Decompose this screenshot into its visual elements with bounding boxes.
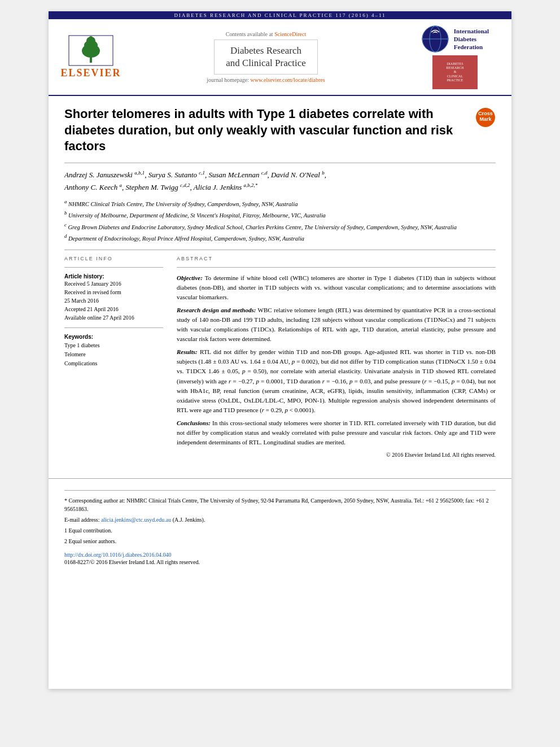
abstract-text: Objective: To determine if white blood c… — [177, 273, 496, 459]
journal-cover-image: DIABETESRESEARCH&CLINICALPRACTICE — [432, 55, 478, 89]
issn-text: 0168-8227/© 2016 Elsevier Ireland Ltd. A… — [64, 559, 496, 565]
elsevier-logo: ELSEVIER — [60, 35, 122, 79]
idf-icon — [421, 25, 449, 53]
authors-text: Andrzej S. Januszewski a,b,1, Surya S. S… — [64, 171, 326, 191]
abstract-col: ABSTRACT Objective: To determine if whit… — [177, 256, 496, 459]
journal-header: ELSEVIER Contents available at ScienceDi… — [49, 19, 511, 96]
content-area: Cross Mark Shorter telomeres in adults w… — [49, 96, 511, 469]
keyword-2: Telomere — [64, 350, 163, 359]
email-link[interactable]: alicia.jenkins@ctc.usyd.edu.au — [101, 517, 171, 523]
doi-section: http://dx.doi.org/10.1016/j.diabres.2016… — [64, 549, 496, 559]
footnote-1: 1 Equal contribution. — [64, 526, 496, 535]
science-direct-link[interactable]: ScienceDirect — [274, 31, 306, 37]
keyword-1: Type 1 diabetes — [64, 341, 163, 350]
two-col-section: ARTICLE INFO Article history: Received 5… — [64, 256, 496, 459]
article-history: Article history: Received 5 January 2016… — [64, 273, 163, 322]
elsevier-tree-icon — [68, 35, 113, 66]
svg-text:Mark: Mark — [479, 116, 492, 122]
journal-right: InternationalDiabetesFederation DIABETES… — [410, 25, 500, 89]
article-info-heading: ARTICLE INFO — [64, 256, 163, 261]
footnote-area: * Corresponding author at: NHMRC Clinica… — [49, 478, 511, 574]
article-info-col: ARTICLE INFO Article history: Received 5… — [64, 256, 163, 459]
abstract-objective: Objective: To determine if white blood c… — [177, 273, 496, 302]
journal-homepage-link[interactable]: www.elsevier.com/locate/diabres — [251, 77, 325, 83]
svg-point-6 — [89, 36, 93, 40]
abstract-conclusions: Conclusions: In this cross-sectional stu… — [177, 418, 496, 447]
abstract-results: Results: RTL did not differ by gender wi… — [177, 347, 496, 414]
received-text: Received 5 January 2016 — [64, 279, 163, 288]
conclusions-label: Conclusions: — [177, 420, 211, 426]
science-direct-info: Contents available at ScienceDirect — [122, 31, 410, 37]
copyright-text: © 2016 Elsevier Ireland Ltd. All rights … — [177, 451, 496, 460]
journal-banner-text: DIABETES RESEARCH AND CLINICAL PRACTICE … — [174, 12, 386, 18]
affiliation-c: c Greg Brown Diabetes and Endocrine Labo… — [64, 221, 496, 231]
authors-section: Andrzej S. Januszewski a,b,1, Surya S. S… — [64, 169, 496, 194]
email-note: E-mail address: alicia.jenkins@ctc.usyd.… — [64, 516, 496, 524]
crossmark-icon: Cross Mark — [475, 107, 496, 128]
keywords-section: Keywords: Type 1 diabetes Telomere Compl… — [64, 334, 163, 368]
affiliation-a: a NHMRC Clinical Trials Centre, The Univ… — [64, 198, 496, 208]
results-label: Results: — [177, 348, 198, 355]
doi-link[interactable]: http://dx.doi.org/10.1016/j.diabres.2016… — [64, 552, 172, 558]
online-text: Available online 27 April 2016 — [64, 313, 163, 322]
keywords-label: Keywords: — [64, 334, 163, 340]
abstract-heading: ABSTRACT — [177, 256, 496, 261]
idf-logo: InternationalDiabetesFederation — [421, 25, 489, 53]
abstract-methods: Research design and methods: WBC relativ… — [177, 305, 496, 344]
article-title: Shorter telomeres in adults with Type 1 … — [64, 106, 496, 155]
corresponding-author-note: * Corresponding author at: NHMRC Clinica… — [64, 496, 496, 513]
affiliations-section: a NHMRC Clinical Trials Centre, The Univ… — [64, 198, 496, 243]
methods-label: Research design and methods: — [177, 307, 256, 313]
journal-banner: DIABETES RESEARCH AND CLINICAL PRACTICE … — [49, 11, 511, 19]
affiliation-d: d Department of Endocrinology, Royal Pri… — [64, 233, 496, 243]
idf-text: InternationalDiabetesFederation — [454, 27, 489, 51]
keyword-3: Complications — [64, 359, 163, 368]
article-history-label: Article history: — [64, 273, 163, 279]
svg-text:Cross: Cross — [478, 111, 493, 116]
affiliation-b: b University of Melbourne, Department of… — [64, 209, 496, 220]
revised-text: Received in revised form25 March 2016 — [64, 288, 163, 305]
objective-label: Objective: — [177, 274, 203, 281]
journal-homepage: journal homepage: www.elsevier.com/locat… — [122, 77, 410, 83]
journal-title: Diabetes Researchand Clinical Practice — [226, 45, 306, 69]
journal-title-box: Diabetes Researchand Clinical Practice — [214, 40, 318, 75]
footnote-2: 2 Equal senior authors. — [64, 537, 496, 545]
journal-center: Contents available at ScienceDirect Diab… — [122, 31, 410, 83]
article-page: DIABETES RESEARCH AND CLINICAL PRACTICE … — [49, 11, 511, 689]
elsevier-label: ELSEVIER — [60, 67, 121, 79]
title-section: Cross Mark Shorter telomeres in adults w… — [64, 106, 496, 155]
accepted-text: Accepted 21 April 2016 — [64, 305, 163, 313]
